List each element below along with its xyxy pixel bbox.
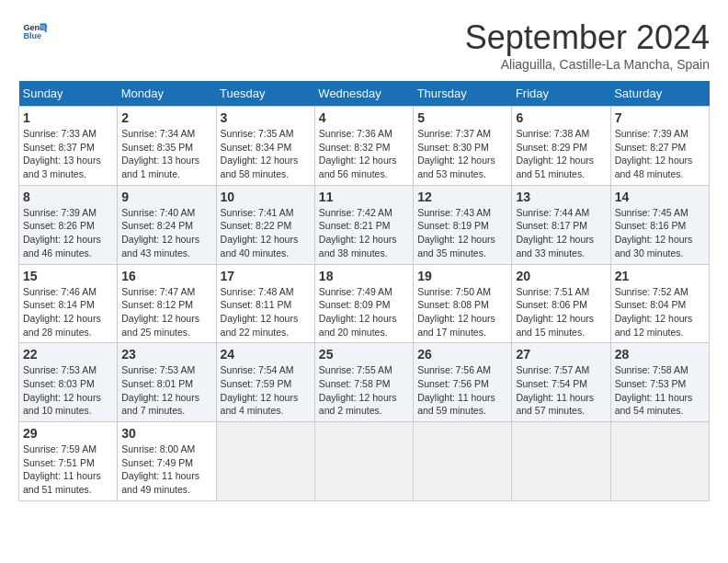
day-number: 19 [417,269,507,283]
day-number: 18 [319,269,409,283]
cell-details: Sunrise: 7:49 AMSunset: 8:09 PMDaylight:… [319,285,409,339]
calendar-cell: 4Sunrise: 7:36 AMSunset: 8:32 PMDaylight… [314,107,413,186]
title-section: September 2024 Aliaguilla, Castille-La M… [465,18,710,72]
calendar-cell: 26Sunrise: 7:56 AMSunset: 7:56 PMDayligh… [414,343,512,422]
cell-details: Sunrise: 7:38 AMSunset: 8:29 PMDaylight:… [516,127,606,181]
cell-details: Sunrise: 7:56 AMSunset: 7:56 PMDaylight:… [417,363,507,418]
cell-details: Sunrise: 7:50 AMSunset: 8:08 PMDaylight:… [417,285,507,339]
calendar-cell: 1Sunrise: 7:33 AMSunset: 8:37 PMDaylight… [19,107,118,186]
calendar-week-1: 1Sunrise: 7:33 AMSunset: 8:37 PMDaylight… [19,107,710,186]
cell-details: Sunrise: 7:58 AMSunset: 7:53 PMDaylight:… [615,363,705,418]
weekday-header-friday: Friday [512,81,610,107]
calendar-cell: 13Sunrise: 7:44 AMSunset: 8:17 PMDayligh… [512,185,610,264]
cell-details: Sunrise: 7:39 AMSunset: 8:26 PMDaylight:… [23,206,113,260]
calendar-week-4: 22Sunrise: 7:53 AMSunset: 8:03 PMDayligh… [19,343,710,422]
calendar-table: SundayMondayTuesdayWednesdayThursdayFrid… [18,81,710,501]
page-header: General Blue September 2024 Aliaguilla, … [18,18,710,72]
calendar-cell: 21Sunrise: 7:52 AMSunset: 8:04 PMDayligh… [610,264,709,343]
day-number: 3 [221,110,311,125]
day-number: 25 [319,347,409,362]
calendar-cell: 25Sunrise: 7:55 AMSunset: 7:58 PMDayligh… [314,343,413,422]
cell-details: Sunrise: 7:39 AMSunset: 8:27 PMDaylight:… [615,127,705,181]
calendar-header-row: SundayMondayTuesdayWednesdayThursdayFrid… [19,81,710,107]
calendar-cell: 30Sunrise: 8:00 AMSunset: 7:49 PMDayligh… [118,422,216,501]
calendar-cell: 14Sunrise: 7:45 AMSunset: 8:16 PMDayligh… [610,185,709,264]
calendar-cell: 22Sunrise: 7:53 AMSunset: 8:03 PMDayligh… [19,343,118,422]
day-number: 1 [23,110,113,125]
calendar-cell: 6Sunrise: 7:38 AMSunset: 8:29 PMDaylight… [512,107,610,186]
calendar-cell: 2Sunrise: 7:34 AMSunset: 8:35 PMDaylight… [118,107,216,186]
cell-details: Sunrise: 7:59 AMSunset: 7:51 PMDaylight:… [23,442,113,497]
calendar-cell: 19Sunrise: 7:50 AMSunset: 8:08 PMDayligh… [414,264,512,343]
day-number: 30 [121,426,211,441]
calendar-cell: 16Sunrise: 7:47 AMSunset: 8:12 PMDayligh… [118,264,216,343]
calendar-cell: 18Sunrise: 7:49 AMSunset: 8:09 PMDayligh… [314,264,413,343]
day-number: 29 [23,426,113,441]
calendar-cell: 24Sunrise: 7:54 AMSunset: 7:59 PMDayligh… [216,343,314,422]
cell-details: Sunrise: 7:51 AMSunset: 8:06 PMDaylight:… [516,285,606,339]
calendar-cell: 27Sunrise: 7:57 AMSunset: 7:54 PMDayligh… [512,343,610,422]
day-number: 8 [23,190,113,204]
day-number: 17 [221,269,311,283]
cell-details: Sunrise: 7:48 AMSunset: 8:11 PMDaylight:… [221,285,311,339]
day-number: 2 [121,110,211,125]
cell-details: Sunrise: 7:42 AMSunset: 8:21 PMDaylight:… [319,206,409,260]
cell-details: Sunrise: 7:52 AMSunset: 8:04 PMDaylight:… [615,285,705,339]
calendar-body: 1Sunrise: 7:33 AMSunset: 8:37 PMDaylight… [19,107,710,501]
cell-details: Sunrise: 7:34 AMSunset: 8:35 PMDaylight:… [121,127,211,181]
day-number: 27 [516,347,606,362]
day-number: 22 [23,347,113,362]
cell-details: Sunrise: 7:36 AMSunset: 8:32 PMDaylight:… [319,127,409,181]
calendar-cell [314,422,413,501]
calendar-cell [610,422,709,501]
day-number: 11 [319,190,409,204]
cell-details: Sunrise: 7:55 AMSunset: 7:58 PMDaylight:… [319,363,409,418]
cell-details: Sunrise: 7:53 AMSunset: 8:03 PMDaylight:… [23,363,113,418]
cell-details: Sunrise: 7:33 AMSunset: 8:37 PMDaylight:… [23,127,113,181]
cell-details: Sunrise: 7:43 AMSunset: 8:19 PMDaylight:… [417,206,507,260]
day-number: 28 [615,347,705,362]
cell-details: Sunrise: 7:41 AMSunset: 8:22 PMDaylight:… [221,206,311,260]
calendar-cell [216,422,314,501]
calendar-week-5: 29Sunrise: 7:59 AMSunset: 7:51 PMDayligh… [19,422,710,501]
cell-details: Sunrise: 7:54 AMSunset: 7:59 PMDaylight:… [221,363,311,418]
cell-details: Sunrise: 7:45 AMSunset: 8:16 PMDaylight:… [615,206,705,260]
calendar-cell: 28Sunrise: 7:58 AMSunset: 7:53 PMDayligh… [610,343,709,422]
day-number: 9 [121,190,211,204]
day-number: 21 [615,269,705,283]
day-number: 20 [516,269,606,283]
calendar-cell [414,422,512,501]
weekday-header-thursday: Thursday [414,81,512,107]
calendar-cell [512,422,610,501]
day-number: 26 [417,347,507,362]
svg-text:Blue: Blue [23,31,41,40]
cell-details: Sunrise: 8:00 AMSunset: 7:49 PMDaylight:… [121,442,211,497]
day-number: 16 [121,269,211,283]
calendar-cell: 10Sunrise: 7:41 AMSunset: 8:22 PMDayligh… [216,185,314,264]
cell-details: Sunrise: 7:47 AMSunset: 8:12 PMDaylight:… [121,285,211,339]
weekday-header-wednesday: Wednesday [314,81,413,107]
calendar-cell: 29Sunrise: 7:59 AMSunset: 7:51 PMDayligh… [19,422,118,501]
cell-details: Sunrise: 7:44 AMSunset: 8:17 PMDaylight:… [516,206,606,260]
calendar-cell: 11Sunrise: 7:42 AMSunset: 8:21 PMDayligh… [314,185,413,264]
calendar-cell: 23Sunrise: 7:53 AMSunset: 8:01 PMDayligh… [118,343,216,422]
cell-details: Sunrise: 7:57 AMSunset: 7:54 PMDaylight:… [516,363,606,418]
day-number: 24 [221,347,311,362]
weekday-header-monday: Monday [118,81,216,107]
cell-details: Sunrise: 7:46 AMSunset: 8:14 PMDaylight:… [23,285,113,339]
logo: General Blue [18,18,48,48]
weekday-header-tuesday: Tuesday [216,81,314,107]
day-number: 10 [221,190,311,204]
cell-details: Sunrise: 7:37 AMSunset: 8:30 PMDaylight:… [417,127,507,181]
calendar-cell: 15Sunrise: 7:46 AMSunset: 8:14 PMDayligh… [19,264,118,343]
calendar-cell: 17Sunrise: 7:48 AMSunset: 8:11 PMDayligh… [216,264,314,343]
location: Aliaguilla, Castille-La Mancha, Spain [465,57,710,72]
day-number: 13 [516,190,606,204]
weekday-header-sunday: Sunday [19,81,118,107]
calendar-week-3: 15Sunrise: 7:46 AMSunset: 8:14 PMDayligh… [19,264,710,343]
day-number: 4 [319,110,409,125]
day-number: 15 [23,269,113,283]
day-number: 5 [417,110,507,125]
calendar-cell: 20Sunrise: 7:51 AMSunset: 8:06 PMDayligh… [512,264,610,343]
logo-icon: General Blue [22,18,48,44]
